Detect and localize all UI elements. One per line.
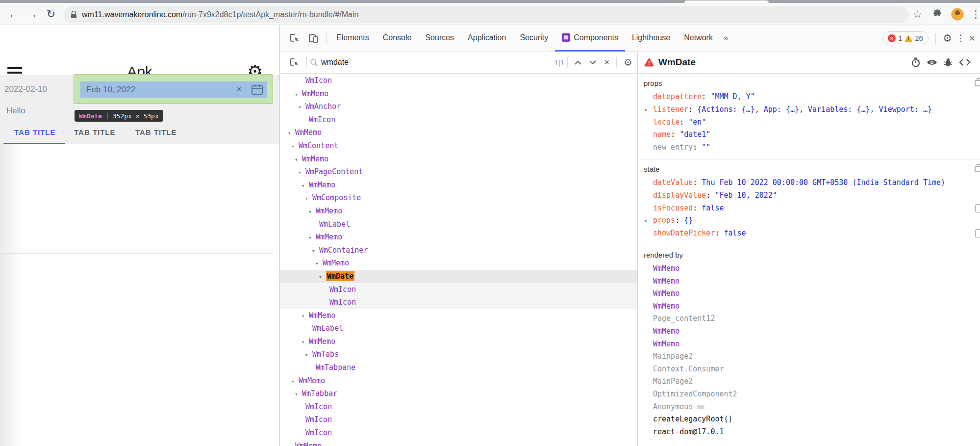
tree-row-wmmemo[interactable]: ▾WmMemo xyxy=(280,257,637,270)
entry-value[interactable]: "MMM D, Y" xyxy=(710,92,754,101)
devtools-close-icon[interactable]: × xyxy=(969,32,975,44)
expand-arrow-icon[interactable]: ▾ xyxy=(315,258,323,271)
view-source-code-icon[interactable] xyxy=(959,58,971,66)
tree-row-wmtabs[interactable]: ▾WmTabs xyxy=(280,348,637,361)
owner-name[interactable]: WmMemo xyxy=(653,327,679,336)
profiler-stopwatch-icon[interactable] xyxy=(911,57,920,67)
reload-button[interactable]: ↻ xyxy=(44,7,58,21)
tree-row-wmicon[interactable]: WmIcon xyxy=(280,426,637,440)
search-input[interactable]: wmdate xyxy=(321,58,349,67)
tree-row-wmicon[interactable]: WmIcon xyxy=(280,74,637,87)
expand-arrow-icon[interactable]: ▾ xyxy=(291,375,299,389)
devtools-tab-elements[interactable]: Elements xyxy=(329,25,376,52)
expand-arrow-icon[interactable]: ▾ xyxy=(312,245,319,258)
tree-row-wmtabbar[interactable]: ▾WmTabbar xyxy=(280,387,637,400)
devtools-settings-gear-icon[interactable]: ⚙ xyxy=(943,32,952,44)
owner-name[interactable]: WmMemo xyxy=(653,264,679,273)
tree-row-wmdate[interactable]: ▾WmDate xyxy=(280,270,637,283)
profile-avatar[interactable] xyxy=(951,8,964,21)
expand-arrow-icon[interactable]: ▾ xyxy=(308,232,316,245)
entry-value[interactable]: "en" xyxy=(688,118,706,127)
tree-row-wmicon[interactable]: WmIcon xyxy=(280,113,637,127)
tree-settings-gear-icon[interactable]: ⚙ xyxy=(620,56,632,68)
boolean-checkbox[interactable] xyxy=(975,229,980,237)
inspect-element-icon[interactable] xyxy=(285,33,304,43)
expand-arrow-icon[interactable]: ▸ xyxy=(645,214,648,227)
entry-value[interactable]: {} xyxy=(684,216,693,225)
expand-arrow-icon[interactable]: ▾ xyxy=(288,127,295,140)
devtools-tab-lighthouse[interactable]: Lighthouse xyxy=(625,25,677,52)
owner-name[interactable]: WmMemo xyxy=(653,340,679,348)
expand-arrow-icon[interactable]: ▸ xyxy=(645,104,648,116)
next-match-icon[interactable] xyxy=(585,60,600,65)
more-tabs-chevron[interactable]: » xyxy=(720,33,732,43)
expand-arrow-icon[interactable]: ▾ xyxy=(295,388,302,401)
copy-section-icon[interactable] xyxy=(975,78,980,86)
forward-button[interactable]: → xyxy=(25,7,39,21)
entry-value[interactable]: {Actions: {…}, App: {…}, Variables: {…},… xyxy=(697,105,932,114)
tree-row-wmicon[interactable]: WmIcon xyxy=(280,413,637,426)
expand-arrow-icon[interactable]: ▾ xyxy=(291,140,299,154)
expand-arrow-icon[interactable]: ▾ xyxy=(302,180,309,193)
tree-row-wmmemo[interactable]: ▾WmMemo xyxy=(280,179,637,192)
tree-row-wmmemo[interactable]: ▾WmMemo xyxy=(280,126,637,139)
expand-arrow-icon[interactable]: ▾ xyxy=(319,271,326,284)
select-component-icon[interactable] xyxy=(285,57,303,67)
tree-row-wmpagecontent[interactable]: ▾WmPageContent xyxy=(280,165,637,179)
entry-value[interactable]: false xyxy=(702,204,724,212)
tree-row-wmcontainer[interactable]: ▾WmContainer xyxy=(280,244,637,257)
device-toolbar-icon[interactable] xyxy=(304,33,323,43)
owner-name[interactable]: WmMemo xyxy=(653,302,679,311)
calendar-icon[interactable] xyxy=(251,84,263,96)
date-clear-icon[interactable]: × xyxy=(236,84,242,95)
address-bar[interactable]: wm11.wavemakeronline.com/run-7x9x2d8c1p/… xyxy=(64,6,909,23)
tree-row-wmmemo[interactable]: ▾WmMemo▲ xyxy=(280,440,637,446)
tree-row-wmicon[interactable]: WmIcon xyxy=(280,400,637,414)
tree-row-wmmemo[interactable]: ▾WmMemo xyxy=(280,205,637,218)
tree-row-wmmemo[interactable]: ▾WmMemo xyxy=(280,335,637,348)
bookmark-star-icon[interactable]: ☆ xyxy=(913,8,922,20)
clear-search-icon[interactable]: × xyxy=(600,57,613,68)
devtools-tab-application[interactable]: Application xyxy=(461,25,513,52)
tree-row-wmlabel[interactable]: WmLabel xyxy=(280,322,637,335)
expand-arrow-icon[interactable]: ▾ xyxy=(308,206,316,219)
tree-row-wmmemo[interactable]: ▾WmMemo xyxy=(280,309,637,322)
owner-name[interactable]: WmMemo xyxy=(653,289,679,298)
entry-value[interactable]: "date1" xyxy=(679,130,710,139)
app-tab-2[interactable]: TAB TITLE xyxy=(74,128,116,136)
devtools-tab-sources[interactable]: Sources xyxy=(418,25,461,52)
devtools-tab-components[interactable]: Components xyxy=(555,25,625,52)
expand-arrow-icon[interactable]: ▾ xyxy=(302,310,309,323)
expand-arrow-icon[interactable]: ▾ xyxy=(302,336,309,349)
tree-row-wmicon[interactable]: WmIcon xyxy=(280,296,637,309)
tree-row-wmmemo[interactable]: ▾WmMemo xyxy=(280,374,637,388)
expand-arrow-icon[interactable]: ▾ xyxy=(295,88,302,102)
tree-row-wmanchor[interactable]: ▾WmAnchor xyxy=(280,100,637,113)
tree-row-wmcontent[interactable]: ▾WmContent xyxy=(280,139,637,153)
inspect-dom-eye-icon[interactable] xyxy=(927,58,937,66)
devtools-tab-network[interactable]: Network xyxy=(677,25,720,52)
entry-value[interactable]: Thu Feb 10 2022 00:00:00 GMT+0530 (India… xyxy=(702,178,945,187)
expand-arrow-icon[interactable]: ▾ xyxy=(305,192,312,206)
app-tab-1[interactable]: TAB TITLE xyxy=(14,128,56,136)
debug-bug-icon[interactable] xyxy=(944,57,953,67)
previous-match-icon[interactable] xyxy=(571,60,585,65)
entry-value[interactable]: "" xyxy=(702,143,710,152)
expand-arrow-icon[interactable]: ▾ xyxy=(298,101,305,114)
devtools-tab-security[interactable]: Security xyxy=(513,25,555,52)
app-tab-3[interactable]: TAB TITLE xyxy=(135,128,177,136)
tree-row-wmtabpane[interactable]: WmTabpane xyxy=(280,361,637,374)
tree-row-wmicon[interactable]: WmIcon xyxy=(280,283,637,296)
expand-arrow-icon[interactable]: ▾ xyxy=(305,349,312,362)
boolean-checkbox[interactable] xyxy=(975,204,980,212)
tree-row-wmmemo[interactable]: ▾WmMemo xyxy=(280,153,637,166)
copy-section-icon[interactable] xyxy=(975,164,980,172)
entry-value[interactable]: "Feb 10, 2022" xyxy=(715,191,777,200)
tree-row-wmlabel[interactable]: WmLabel xyxy=(280,218,637,231)
issues-counter[interactable]: × 1 ! 26 xyxy=(882,31,929,45)
expand-arrow-icon[interactable]: ▾ xyxy=(295,154,302,167)
owner-name[interactable]: WmMemo xyxy=(653,277,679,286)
expand-arrow-icon[interactable]: ▾ xyxy=(288,441,295,446)
tree-row-wmcomposite[interactable]: ▾WmComposite xyxy=(280,191,637,205)
tree-row-wmmemo[interactable]: ▾WmMemo xyxy=(280,231,637,244)
